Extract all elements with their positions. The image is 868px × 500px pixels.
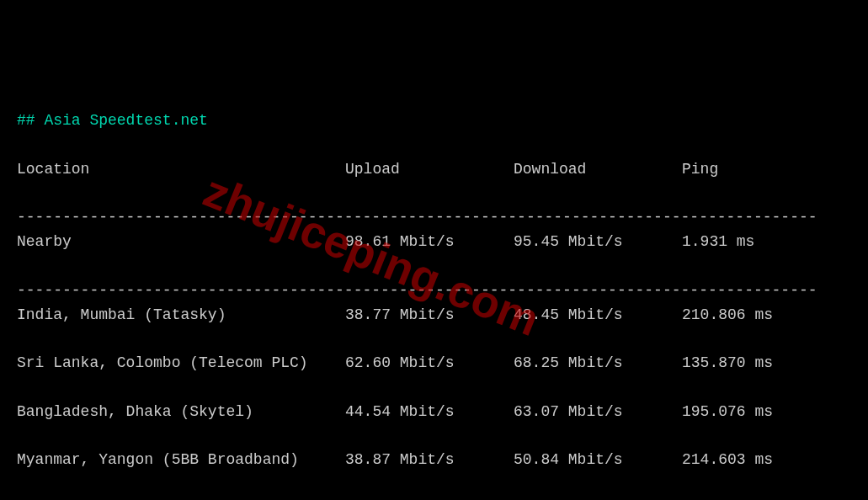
nearby-upload: 98.61 Mbit/s [345,230,514,254]
nearby-ping: 1.931 ms [682,230,754,254]
cell-location: India, Mumbai (Tatasky) [17,303,345,327]
table-row: Bangladesh, Dhaka (Skytel)44.54 Mbit/s63… [17,400,851,424]
table-row: Sri Lanka, Colombo (Telecom PLC)62.60 Mb… [17,351,851,375]
divider: ----------------------------------------… [17,209,817,226]
cell-location: Myanmar, Yangon (5BB Broadband) [17,448,345,472]
cell-upload: 44.54 Mbit/s [345,400,514,424]
divider: ----------------------------------------… [17,282,817,299]
header-location: Location [17,157,345,182]
table-row: Myanmar, Yangon (5BB Broadband)38.87 Mbi… [17,448,851,472]
cell-location: Laos, Vientaine (Mangkone) [17,497,345,500]
table-row: India, Mumbai (Tatasky)38.77 Mbit/s48.45… [17,303,851,327]
cell-ping: 135.870 ms [682,351,773,375]
cell-upload: 38.87 Mbit/s [345,448,514,472]
title: ## Asia Speedtest.net [17,112,208,129]
nearby-location: Nearby [17,230,345,254]
cell-download: 68.25 Mbit/s [514,351,682,375]
nearby-download: 95.45 Mbit/s [514,230,682,254]
cell-ping: 214.603 ms [682,448,773,472]
cell-ping: 188.509 ms [682,497,773,500]
cell-location: Bangladesh, Dhaka (Skytel) [17,400,345,424]
header-upload: Upload [345,157,514,182]
cell-download: 50.84 Mbit/s [514,448,682,472]
cell-download: 48.45 Mbit/s [514,303,682,327]
nearby-row: Nearby98.61 Mbit/s95.45 Mbit/s1.931 ms [17,230,851,254]
header-ping: Ping [682,157,718,182]
cell-ping: 210.806 ms [682,303,773,327]
header-row: LocationUploadDownloadPing [17,157,851,182]
cell-upload: 36.16 Mbit/s [345,497,514,500]
cell-download: 63.07 Mbit/s [514,400,682,424]
table-row: Laos, Vientaine (Mangkone)36.16 Mbit/s49… [17,497,851,500]
header-download: Download [514,157,682,182]
cell-download: 49.37 Mbit/s [514,497,682,500]
cell-upload: 38.77 Mbit/s [345,303,514,327]
cell-upload: 62.60 Mbit/s [345,351,514,375]
cell-ping: 195.076 ms [682,400,773,424]
cell-location: Sri Lanka, Colombo (Telecom PLC) [17,351,345,375]
